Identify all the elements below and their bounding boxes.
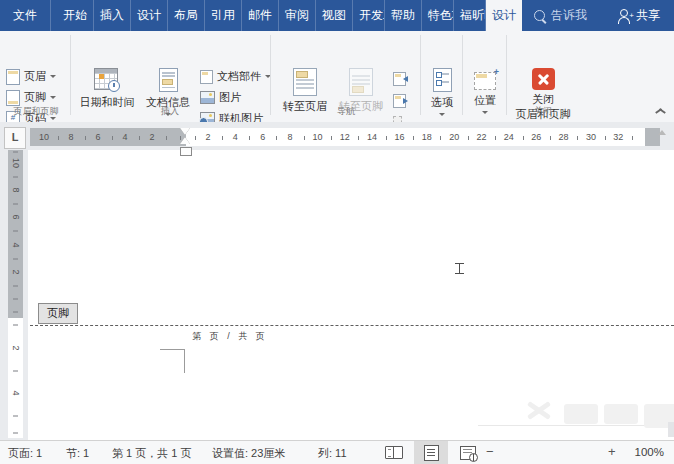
ruler-vertical[interactable]: 10864224 [8, 150, 23, 438]
tab-hf-design[interactable]: 设计 [486, 0, 522, 31]
ruler-number: 26 [531, 132, 541, 142]
quick-parts-button[interactable]: 文档部件 [200, 67, 271, 86]
ruler-tick [13, 152, 18, 153]
status-bar: 页面: 1 节: 1 第 1 页，共 1 页 设置值: 23厘米 列: 11 −… [0, 440, 674, 464]
ruler-tick [13, 231, 18, 232]
ibeam-cursor [455, 263, 464, 274]
tab-insert[interactable]: 插入 [94, 0, 131, 31]
tab-foxit[interactable]: 福昕PDF [454, 0, 486, 31]
ruler-number: 4 [233, 132, 238, 142]
status-section[interactable]: 节: 1 [66, 446, 89, 461]
next-section-button[interactable] [393, 91, 406, 110]
ruler-tick [304, 136, 305, 140]
ruler-number: 20 [449, 132, 459, 142]
ruler-number: 6 [95, 132, 100, 142]
ruler-tick [58, 136, 59, 140]
ruler-tick [13, 370, 18, 371]
ruler-tick [13, 433, 18, 434]
web-layout-button[interactable] [454, 441, 482, 464]
position-icon: + [474, 72, 496, 90]
status-page-of[interactable]: 第 1 页，共 1 页 [112, 446, 191, 461]
tab-file[interactable]: 文件 [0, 0, 51, 31]
chevron-down-icon [482, 111, 488, 114]
tab-review[interactable]: 审阅 [279, 0, 316, 31]
header-button[interactable]: 页眉 [6, 67, 56, 86]
first-line-indent-marker[interactable] [180, 128, 190, 135]
ruler-number: 24 [504, 132, 514, 142]
ruler-tick [13, 285, 18, 286]
ruler-number: 14 [367, 132, 377, 142]
watermark [478, 398, 674, 440]
options-button[interactable]: 选项 [424, 64, 460, 130]
ruler-tick [577, 136, 578, 140]
footer-field-text[interactable]: 第 页 / 共 页 [185, 330, 275, 343]
zoom-in-icon[interactable]: + [608, 444, 616, 459]
position-button[interactable]: + 位置 [466, 64, 504, 130]
text-frame-corner [160, 349, 185, 373]
read-mode-button[interactable] [380, 441, 408, 464]
left-indent-marker[interactable] [180, 147, 192, 156]
previous-section-button[interactable] [393, 69, 406, 88]
ruler-number: 10 [39, 132, 49, 142]
share-button[interactable]: + 共享 [617, 0, 660, 31]
tab-help[interactable]: 帮助 [385, 0, 422, 31]
ruler-tick [112, 136, 113, 140]
ruler-tick [166, 136, 167, 140]
zoom-out-icon[interactable]: − [486, 444, 494, 459]
ruler-tick [180, 136, 181, 140]
quick-parts-label: 文档部件 [217, 69, 261, 84]
tab-view[interactable]: 视图 [316, 0, 353, 31]
group-label-close: 关闭 [534, 105, 552, 118]
tab-developer[interactable]: 开发工具 [353, 0, 385, 31]
ruler-tick [13, 415, 18, 416]
ruler-margin-area [30, 128, 186, 146]
tab-home[interactable]: 开始 [57, 0, 94, 31]
indent-markers[interactable] [178, 128, 193, 158]
group-label-navigation: 导航 [337, 105, 355, 118]
tab-mailings[interactable]: 邮件 [242, 0, 279, 31]
ruler-tick [440, 136, 441, 140]
group-separator [506, 35, 507, 115]
picture-button[interactable]: 图片 [200, 88, 241, 107]
tab-selector[interactable]: L [4, 127, 26, 149]
document-info-icon [159, 68, 178, 92]
hanging-indent-marker[interactable] [180, 137, 190, 144]
goto-header-button[interactable]: 转至页眉 [278, 64, 332, 130]
ruler-tick [495, 136, 496, 140]
ruler-number: 12 [340, 132, 350, 142]
ruler-tick [249, 136, 250, 140]
ruler-tick [550, 136, 551, 140]
ruler-number: 8 [11, 187, 21, 192]
document-info-button[interactable]: 文档信息 [140, 64, 196, 130]
group-separator [420, 35, 421, 115]
picture-label: 图片 [219, 90, 241, 105]
ruler-horizontal[interactable]: 1086422468101214161820222426283032 [30, 128, 660, 146]
ruler-tick [13, 176, 18, 177]
zoom-level[interactable]: 100% [635, 446, 664, 458]
ruler-number: 4 [11, 242, 21, 247]
document-page[interactable]: 页脚 第 页 / 共 页 [28, 150, 674, 440]
date-time-button[interactable]: 日期和时间 [76, 64, 138, 130]
next-section-icon [393, 94, 406, 107]
group-label-insert: 插入 [161, 105, 179, 118]
print-layout-button[interactable] [414, 441, 448, 464]
tab-layout[interactable]: 布局 [168, 0, 205, 31]
ruler-tick [85, 136, 86, 140]
status-page[interactable]: 页面: 1 [8, 446, 42, 461]
tab-special-features[interactable]: 特色功能 [422, 0, 454, 31]
ruler-number: 2 [205, 132, 210, 142]
tab-references[interactable]: 引用 [205, 0, 242, 31]
share-label: 共享 [636, 7, 660, 24]
close-header-footer-button[interactable]: 关闭 页眉和页脚 [510, 64, 576, 130]
footer-icon [6, 90, 20, 106]
status-column[interactable]: 列: 11 [318, 446, 347, 461]
goto-header-label: 转至页眉 [283, 99, 327, 114]
header-button-label: 页眉 [24, 69, 46, 84]
scroll-up-icon[interactable] [658, 130, 666, 135]
ruler-number: 6 [260, 132, 265, 142]
ruler-number: 4 [122, 132, 127, 142]
tell-me-box[interactable]: 告诉我 [534, 0, 587, 31]
collapse-ribbon-icon[interactable] [655, 107, 664, 116]
tab-design[interactable]: 设计 [131, 0, 168, 31]
status-setting[interactable]: 设置值: 23厘米 [212, 446, 285, 461]
